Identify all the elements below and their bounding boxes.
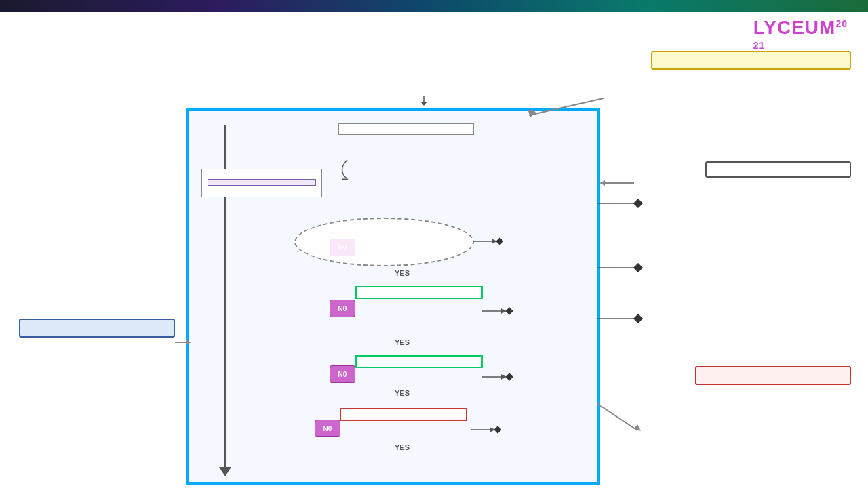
arrow-workflow-box4 [597, 400, 685, 434]
box5-trigger-events [705, 161, 851, 178]
yes-label-1: YES [395, 269, 410, 277]
svg-rect-14 [494, 426, 501, 433]
egm-box [201, 169, 322, 197]
svg-rect-23 [633, 263, 643, 272]
box4-aim [695, 366, 851, 385]
left-sidebar-text [0, 34, 15, 474]
svg-marker-19 [599, 180, 605, 186]
arrow-bottom [219, 467, 231, 476]
arrow-box5-workflow [597, 178, 637, 188]
arrow-decision-right-3 [597, 263, 651, 272]
yes-label-4: YES [395, 443, 410, 451]
arrow-qc-right [473, 237, 503, 246]
qc-ellipse [294, 218, 474, 266]
iterative-model-box [208, 179, 316, 186]
svg-rect-8 [505, 307, 513, 314]
svg-marker-2 [219, 467, 231, 476]
svg-rect-5 [496, 237, 503, 245]
yes-label-2: YES [395, 338, 410, 346]
workflow-diagram: N0 YES N0 YES N0 YES N0 YES [186, 108, 600, 485]
svg-line-28 [597, 403, 637, 430]
arrow-box1-workflow [475, 98, 610, 119]
arrow-decision-right-2 [597, 199, 651, 208]
box1-define-info [651, 51, 851, 70]
box3-pim [19, 319, 175, 338]
svg-line-16 [529, 98, 604, 115]
svg-rect-21 [633, 199, 643, 208]
svg-rect-25 [633, 314, 643, 323]
svg-marker-1 [420, 102, 427, 106]
construction-box [355, 355, 483, 368]
operation-box [340, 408, 467, 421]
arrow-construction-right [482, 372, 513, 382]
investigation-box [338, 123, 474, 135]
arrow-operation-right [471, 425, 501, 434]
arrow-decision-right-4 [597, 314, 651, 323]
arrow-box3-workflow [175, 338, 192, 347]
svg-marker-17 [528, 109, 536, 117]
design-box [355, 286, 483, 299]
svg-marker-27 [186, 340, 191, 345]
yes-label-3: YES [395, 389, 410, 397]
arrow-design-right [482, 306, 513, 316]
svg-rect-11 [505, 373, 513, 380]
quantity-label [352, 314, 363, 409]
logo-text: LYCEUM [753, 17, 836, 38]
arrow-inv-egm [337, 160, 357, 180]
top-bar [0, 0, 868, 12]
observational-box [208, 190, 316, 192]
n0-box-operation: N0 [315, 420, 340, 437]
